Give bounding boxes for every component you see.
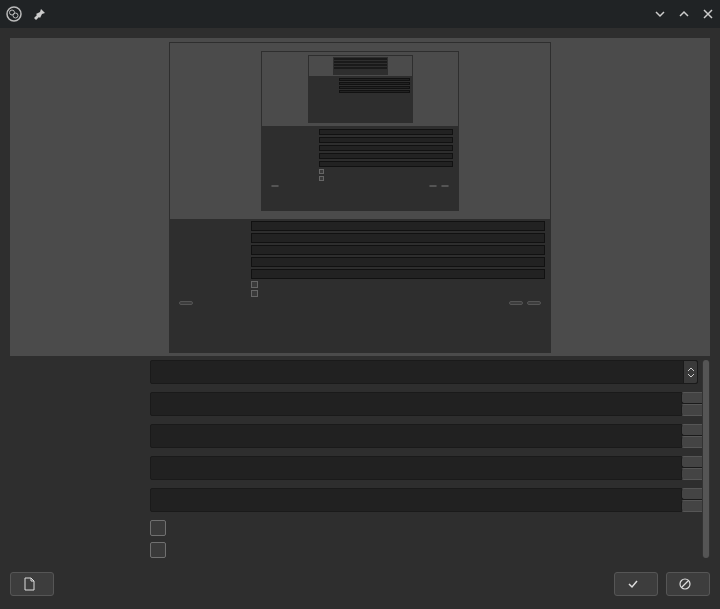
defaults-button[interactable] [10, 572, 54, 596]
select-handle-icon[interactable] [683, 361, 697, 383]
crop-top-input[interactable] [150, 392, 698, 416]
close-icon[interactable] [702, 8, 714, 20]
svg-point-2 [13, 13, 18, 18]
crop-bottom-input[interactable] [150, 488, 698, 512]
svg-line-4 [682, 581, 688, 587]
source-preview [10, 38, 710, 356]
file-icon [23, 577, 35, 591]
pin-icon[interactable] [34, 8, 46, 20]
properties-form [10, 360, 710, 558]
titlebar [0, 0, 720, 28]
check-icon [627, 578, 639, 590]
ok-button[interactable] [614, 572, 658, 596]
swap-red-blue-checkbox[interactable] [150, 520, 166, 536]
obs-logo-icon [6, 6, 22, 22]
crop-left-input[interactable] [150, 424, 698, 448]
form-scrollbar[interactable] [702, 360, 710, 558]
window-select[interactable] [150, 360, 698, 384]
preview-nested-frame [169, 42, 551, 353]
expand-icon[interactable] [678, 8, 690, 20]
lock-x-checkbox[interactable] [150, 542, 166, 558]
crop-right-input[interactable] [150, 456, 698, 480]
collapse-icon[interactable] [654, 8, 666, 20]
cancel-icon [679, 578, 691, 590]
dialog-button-row [0, 564, 720, 606]
cancel-button[interactable] [666, 572, 710, 596]
